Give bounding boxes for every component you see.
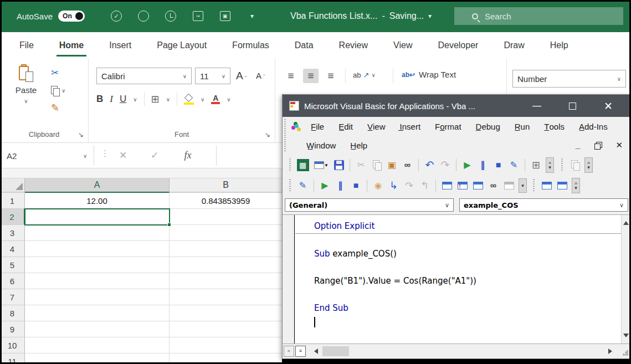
code-margin-indicator-bar[interactable] xyxy=(283,215,295,344)
row-header-6[interactable]: 6 xyxy=(0,273,25,289)
font-color-button[interactable]: A xyxy=(211,95,220,104)
debug-toolbar-dropdown-button[interactable]: ▾ xyxy=(519,178,527,193)
row-header-7[interactable]: 7 xyxy=(0,289,25,305)
scroll-right-arrow-icon[interactable] xyxy=(608,348,615,354)
docked-copy-button[interactable] xyxy=(568,158,582,172)
break-button[interactable]: ∥ xyxy=(476,158,490,172)
row-header-10[interactable]: 10 xyxy=(0,337,25,353)
tab-insert[interactable]: Insert xyxy=(96,32,144,59)
cut-button[interactable]: ✂ xyxy=(51,66,65,79)
font-dialog-launcher-icon[interactable]: ↘ xyxy=(265,131,270,139)
tab-help[interactable]: Help xyxy=(537,32,581,59)
step-out-button[interactable]: ↰ xyxy=(418,178,432,192)
close-button[interactable]: ✕ xyxy=(604,100,613,112)
extra-toolbar-grip[interactable] xyxy=(533,179,535,192)
cell-B7[interactable] xyxy=(170,289,283,305)
document-title[interactable]: Vba Functions List.x... - Saving... ▾ xyxy=(290,11,432,21)
menu-view[interactable]: V̲iew xyxy=(360,122,393,131)
toolbar-overflow-button[interactable]: »▾ xyxy=(546,157,554,173)
font-name-combo[interactable]: Calibri ∨ xyxy=(96,68,192,84)
immediate-window-button[interactable] xyxy=(455,178,469,192)
menu-format[interactable]: Fo̲rmat xyxy=(428,122,469,131)
name-box[interactable]: ∨ xyxy=(0,146,94,166)
minimize-button[interactable]: — xyxy=(532,101,541,111)
menu-window[interactable]: W̲indow xyxy=(299,141,343,150)
name-box-chevron-icon[interactable]: ∨ xyxy=(83,153,87,159)
reset-button-2[interactable]: ■ xyxy=(349,178,363,192)
vba-title-bar[interactable]: Microsoft Visual Basic for Applications … xyxy=(283,95,630,117)
name-box-input[interactable] xyxy=(7,151,73,161)
row-header-3[interactable]: 3 xyxy=(0,225,25,241)
menu-bar-grip[interactable] xyxy=(284,119,286,152)
code-editor[interactable]: Option Explicit Sub example_COS() Range(… xyxy=(295,215,621,344)
autosave-control[interactable]: AutoSave On xyxy=(17,11,85,22)
wrap-text-button[interactable]: ab↩ Wrap Text xyxy=(402,70,456,79)
format-painter-button[interactable]: ✎ xyxy=(51,102,65,114)
menu-edit[interactable]: E̲dit xyxy=(331,122,360,131)
resize-grip[interactable] xyxy=(623,350,628,356)
cell-A9[interactable] xyxy=(25,321,170,337)
tab-page-layout[interactable]: Page Layout xyxy=(144,32,219,59)
standard-toolbar-grip[interactable] xyxy=(289,158,291,172)
reset-button[interactable]: ■ xyxy=(491,158,505,172)
menu-file[interactable]: F̲ile xyxy=(304,122,331,131)
toggle-breakpoint-button[interactable]: ◉ xyxy=(371,178,385,192)
docked-toolbar-overflow-button[interactable]: »▾ xyxy=(584,157,593,173)
customize-toolbar-chevron-icon[interactable]: ▾ xyxy=(246,10,258,22)
maximize-button[interactable] xyxy=(569,102,576,110)
borders-chevron-icon[interactable]: ∨ xyxy=(166,96,170,102)
cancel-button[interactable]: ✕ xyxy=(114,147,132,163)
scroll-up-arrow-icon[interactable] xyxy=(623,218,629,225)
menu-run[interactable]: R̲un xyxy=(507,122,537,131)
debug-toolbar-overflow-button[interactable]: »▾ xyxy=(572,178,580,193)
save-button[interactable] xyxy=(332,158,346,172)
cell-B4[interactable] xyxy=(170,241,283,257)
code-pane[interactable]: Option Explicit Sub example_COS() Range(… xyxy=(283,214,630,344)
copy-button-vba[interactable] xyxy=(370,158,383,172)
row-header-9[interactable]: 9 xyxy=(0,321,25,337)
underline-button[interactable]: U xyxy=(120,94,126,105)
step-over-button[interactable]: ↷ xyxy=(402,178,416,192)
insert-userform-button[interactable]: ▾ xyxy=(311,158,330,172)
fill-color-chevron-icon[interactable]: ∨ xyxy=(201,96,204,102)
grow-font-button[interactable]: Aˆ xyxy=(236,70,247,82)
design-mode-button-2[interactable]: ✎ xyxy=(296,178,310,192)
search-box[interactable]: Search xyxy=(454,7,623,25)
debug-toolbar-grip[interactable] xyxy=(289,179,291,192)
row-header-8[interactable]: 8 xyxy=(0,305,25,321)
tab-file[interactable]: File xyxy=(7,32,47,59)
autosave-toggle[interactable]: On xyxy=(58,11,85,22)
cell-A1[interactable]: 12.00 xyxy=(25,193,170,209)
tab-formulas[interactable]: Formulas xyxy=(219,32,282,59)
scroll-down-arrow-icon[interactable] xyxy=(623,334,629,340)
cell-B1[interactable]: 0.843853959 xyxy=(170,193,283,209)
doc-minimize-button[interactable]: _ xyxy=(576,140,581,150)
notebook-icon[interactable]: ▣ xyxy=(219,10,231,22)
cell-B8[interactable] xyxy=(170,305,283,321)
design-mode-button[interactable]: ✎ xyxy=(507,158,521,172)
locals-window-button[interactable] xyxy=(440,178,454,192)
font-size-combo[interactable]: 11 ∨ xyxy=(195,68,230,84)
copy-button[interactable]: ∨ xyxy=(51,84,65,96)
align-middle-button[interactable]: ≡ xyxy=(303,69,319,83)
clock-icon[interactable] xyxy=(165,10,177,22)
full-module-view-button[interactable]: ≡ xyxy=(295,346,306,357)
cell-B10[interactable] xyxy=(170,337,283,353)
docked-toolbar-grip[interactable] xyxy=(561,158,563,172)
menu-help[interactable]: H̲elp xyxy=(343,141,375,150)
select-all-corner[interactable] xyxy=(0,178,25,193)
procedure-dropdown[interactable]: example_COS ∨ xyxy=(459,198,628,212)
row-header-11[interactable]: 11 xyxy=(0,353,25,363)
checkmark-circle-icon[interactable]: ✓ xyxy=(110,10,122,22)
tab-developer[interactable]: Developer xyxy=(425,32,491,59)
break-button-2[interactable]: ∥ xyxy=(334,178,347,192)
watch-window-button[interactable] xyxy=(471,178,485,192)
cell-B2[interactable] xyxy=(170,209,283,225)
paste-button[interactable]: Paste ∨ xyxy=(9,64,43,124)
cell-A11[interactable] xyxy=(25,353,170,363)
find-button[interactable]: ∞ xyxy=(401,158,414,172)
cell-B3[interactable] xyxy=(170,225,283,241)
cell-A10[interactable] xyxy=(25,337,170,353)
cell-A5[interactable] xyxy=(25,257,170,273)
cell-B9[interactable] xyxy=(170,321,283,337)
